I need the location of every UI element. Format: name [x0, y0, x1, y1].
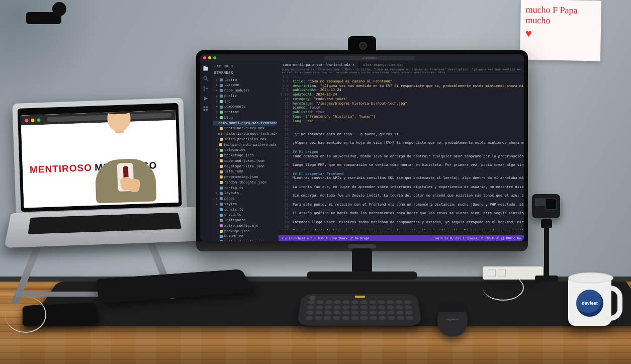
editor-group: como-menti-para-ser-frontend.mdx ×alex-e…: [279, 61, 524, 241]
vscode-titlebar: alexndev: [200, 54, 524, 61]
code-area[interactable]: 1 2 3 4 5 6 7 8 9 10 11 12 13 14 15 16 1…: [279, 74, 524, 230]
tree-item[interactable]: solid-principles.mdx: [213, 137, 277, 142]
tree-item[interactable]: ▸.vscode: [213, 82, 277, 88]
traffic-close-icon[interactable]: [203, 56, 206, 59]
tree-item[interactable]: mi-historia-burnout-tech.mdx: [213, 131, 277, 137]
traffic-min-icon: [31, 118, 34, 122]
editor-tab[interactable]: alex-expego-com.svg: [359, 61, 408, 68]
traffic-min-icon[interactable]: [208, 56, 211, 59]
tree-item[interactable]: env.d.ts: [213, 212, 277, 218]
explorer-sidebar: EXPLORER BTVRNDEX ▸.astro▸.vscode▸node_m…: [211, 61, 279, 241]
tree-item[interactable]: programming.json: [213, 174, 277, 180]
tree-item[interactable]: life.json: [213, 169, 277, 174]
explorer-icon[interactable]: [203, 65, 209, 71]
tree-item[interactable]: ▸layouts: [213, 191, 277, 196]
bluetooth-keyboard: [297, 294, 422, 326]
tree-item[interactable]: tailwind-anti-pattern.mdx: [213, 142, 277, 148]
code-lines[interactable]: --- title: "Cómo me rebusqué mi camino a…: [291, 74, 524, 230]
tree-item[interactable]: .gitignore: [213, 218, 277, 223]
coffee-mug: devfest: [563, 271, 618, 330]
movie-title-word-1: MENTIROSO: [30, 162, 93, 175]
vscode-window: alexndev EXPLORER BTVRNDEX ▸.astro▸.vsco…: [200, 54, 524, 241]
tree-item[interactable]: ▸.astro: [213, 77, 277, 83]
svg-rect-4: [204, 107, 206, 109]
cable: [5, 297, 46, 333]
tree-item[interactable]: astro.config.mjs: [213, 223, 277, 229]
svg-rect-7: [206, 109, 208, 111]
keyboard-keys: [305, 300, 414, 321]
tree-item[interactable]: package.json: [213, 229, 277, 234]
tree-item[interactable]: random-thoughts.json: [213, 180, 277, 186]
tree-item[interactable]: ▾src: [213, 99, 277, 105]
tree-item[interactable]: ▸pages: [213, 196, 277, 202]
keyboard-dial: [309, 296, 315, 300]
svg-point-3: [207, 88, 208, 89]
monitor-panel: alexndev EXPLORER BTVRNDEX ▸.astro▸.vsco…: [200, 54, 524, 241]
desk-clamp: [6, 0, 76, 32]
svg-rect-5: [206, 107, 208, 109]
file-tree: ▸.astro▸.vscode▸node_modules▸public▾src▸…: [213, 77, 277, 242]
tree-item[interactable]: ▸components: [213, 104, 277, 110]
monitor-neck: [352, 248, 372, 274]
tree-item[interactable]: code-and-jokes.json: [213, 158, 277, 164]
note-line-1: mucho F Papa: [526, 5, 596, 16]
traffic-max-icon[interactable]: [213, 56, 216, 59]
tree-item[interactable]: README.md: [213, 234, 277, 239]
action-camera: [526, 191, 566, 282]
breadcrumbs[interactable]: como-menti-para-ser-frontend.mdx › MDX ›…: [279, 68, 524, 74]
tree-item[interactable]: container-query.mdx: [213, 126, 277, 131]
external-monitor: alexndev EXPLORER BTVRNDEX ▸.astro▸.vsco…: [196, 50, 528, 251]
line-gutter: 1 2 3 4 5 6 7 8 9 10 11 12 13 14 15 16 1…: [279, 74, 291, 230]
photo-scene: mucho F Papa mucho ♥ MENTIROSO MENTIROSO: [0, 0, 631, 364]
tree-item[interactable]: ▸node_modules: [213, 88, 277, 94]
tree-item[interactable]: config.ts: [213, 186, 277, 191]
tree-item[interactable]: ▸public: [213, 94, 277, 99]
tree-item[interactable]: backstage.json: [213, 153, 277, 158]
source-control-icon[interactable]: [203, 85, 209, 92]
laptop-screen: MENTIROSO MENTIROSO: [21, 110, 178, 208]
tree-item[interactable]: ▸styles: [213, 202, 277, 207]
traffic-max-icon: [37, 118, 40, 122]
heart-icon: ♥: [525, 27, 596, 41]
search-icon[interactable]: [203, 75, 209, 81]
project-name[interactable]: BTVRNDEX: [214, 71, 277, 75]
command-center[interactable]: alexndev: [324, 56, 415, 60]
monitor-base: [307, 271, 417, 280]
laptop-keyboard: [4, 207, 206, 248]
extensions-icon[interactable]: [203, 106, 209, 112]
editor-tab[interactable]: como-menti-para-ser-frontend.mdx ×: [279, 61, 359, 68]
svg-point-1: [204, 86, 205, 88]
activity-bar: [200, 61, 211, 241]
explorer-title: EXPLORER: [214, 64, 277, 69]
tree-item[interactable]: ▾blog: [213, 115, 277, 121]
cable: [483, 275, 524, 301]
tree-item[interactable]: consts.ts: [213, 207, 277, 213]
mouse-brand: logitech: [437, 318, 468, 320]
status-bar: ⚡ ⌂ Launchpad ⊘ 0 ⚠ 0 ⟳ 0 Live Share ⎇ O…: [279, 235, 524, 241]
keyboard-accent: [355, 296, 365, 298]
status-right[interactable]: ☰ main Ln 9, Col 1 Spaces: 2 UTF-8 LF {}…: [431, 236, 521, 240]
svg-point-0: [204, 76, 207, 79]
laptop: MENTIROSO MENTIROSO: [7, 98, 199, 270]
status-left[interactable]: ⚡ ⌂ Launchpad ⊘ 0 ⚠ 0 ⟳ 0 Live Share ⎇ O…: [282, 236, 370, 240]
mug-text: devfest: [582, 301, 598, 306]
editor-tabs: como-menti-para-ser-frontend.mdx ×alex-e…: [279, 61, 524, 68]
tree-item[interactable]: ▾content: [213, 110, 277, 115]
svg-point-2: [204, 89, 205, 91]
traffic-close-icon: [25, 119, 28, 122]
svg-rect-6: [204, 109, 206, 111]
mug-logo: devfest: [576, 290, 603, 317]
mouse: logitech: [437, 303, 469, 337]
movie-poster: MENTIROSO MENTIROSO: [21, 120, 179, 208]
note-line-2: mucho: [525, 15, 596, 26]
person-figure: [86, 126, 163, 204]
debug-icon[interactable]: [203, 96, 209, 102]
panel-strip: [279, 230, 524, 235]
tree-item[interactable]: como-menti-para-ser-frontend.mdx: [213, 121, 277, 126]
tree-item[interactable]: ▾categories: [213, 147, 277, 153]
sticky-note: mucho F Papa mucho ♥: [520, 0, 601, 61]
tree-item[interactable]: developer-life.json: [213, 164, 277, 169]
